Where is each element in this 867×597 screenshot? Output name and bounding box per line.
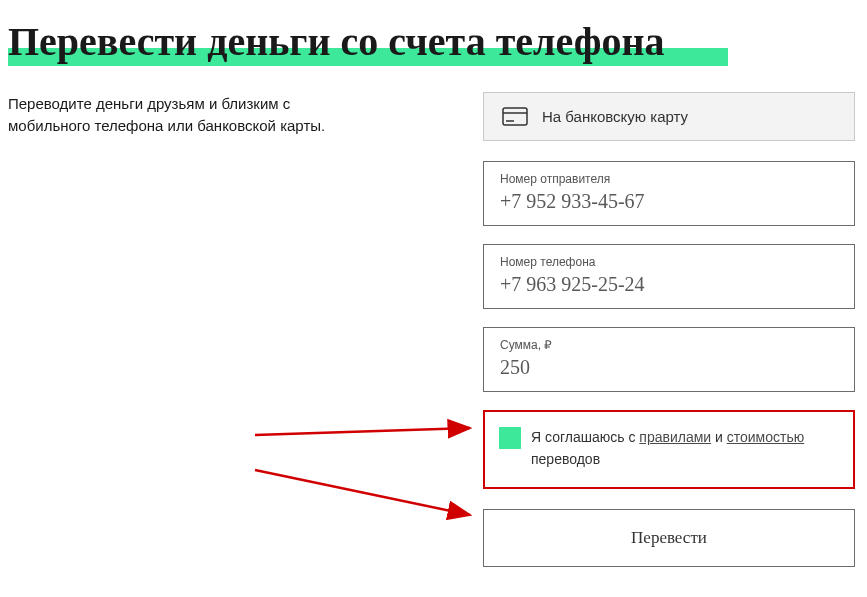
sender-label: Номер отправителя: [500, 172, 838, 186]
agreement-text: Я соглашаюсь с правилами и стоимостью пе…: [531, 426, 839, 471]
annotation-arrow-1: [250, 380, 480, 440]
transfer-form: На банковскую карту Номер отправителя +7…: [483, 92, 855, 567]
amount-value: 250: [500, 356, 838, 379]
card-icon: [502, 107, 528, 126]
cost-link[interactable]: стоимостью: [727, 429, 804, 445]
svg-line-6: [255, 470, 470, 515]
phone-value: +7 963 925-25-24: [500, 273, 838, 296]
svg-rect-0: [503, 108, 527, 125]
page-title: Перевести деньги со счета телефона: [0, 0, 673, 65]
svg-line-4: [255, 428, 470, 435]
submit-button[interactable]: Перевести: [483, 509, 855, 567]
rules-link[interactable]: правилами: [639, 429, 711, 445]
phone-label: Номер телефона: [500, 255, 838, 269]
phone-field[interactable]: Номер телефона +7 963 925-25-24: [483, 244, 855, 309]
sender-value: +7 952 933-45-67: [500, 190, 838, 213]
tab-bank-card[interactable]: На банковскую карту: [483, 92, 855, 141]
title-section: Перевести деньги со счета телефона: [0, 0, 867, 65]
amount-field[interactable]: Сумма, ₽ 250: [483, 327, 855, 392]
annotation-arrow-2: [250, 460, 480, 520]
page-description: Переводите деньги друзьям и близким с мо…: [0, 93, 360, 137]
tab-label: На банковскую карту: [542, 108, 688, 125]
sender-field[interactable]: Номер отправителя +7 952 933-45-67: [483, 161, 855, 226]
agreement-box: Я соглашаюсь с правилами и стоимостью пе…: [483, 410, 855, 489]
amount-label: Сумма, ₽: [500, 338, 838, 352]
agreement-checkbox[interactable]: [499, 427, 521, 449]
